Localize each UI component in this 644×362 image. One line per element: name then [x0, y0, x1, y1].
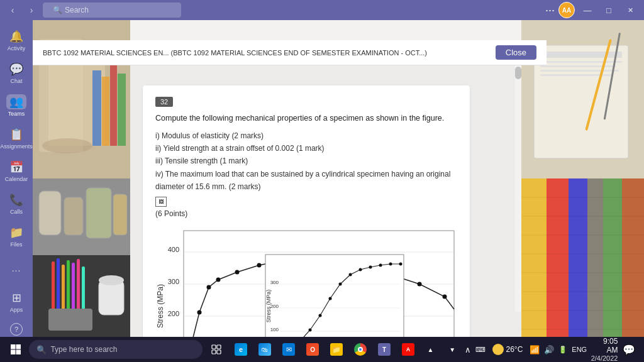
taskbar-office-icon[interactable]: O — [301, 337, 324, 362]
sidebar-item-calendar[interactable]: 📅 Calendar — [0, 156, 33, 186]
back-button[interactable]: ‹ — [5, 3, 20, 18]
svg-point-79 — [349, 273, 352, 277]
svg-rect-6 — [118, 74, 126, 146]
svg-rect-109 — [11, 344, 16, 349]
lang-label[interactable]: ENG — [570, 344, 588, 354]
title-bar-nav: ‹ › 🔍 Search — [5, 3, 181, 18]
maximize-button[interactable]: □ — [600, 3, 618, 18]
sidebar: 🔔 Activity 💬 Chat 👥 Teams 📋 Assignments … — [0, 20, 33, 337]
svg-text:200: 200 — [270, 304, 279, 309]
svg-rect-90 — [540, 70, 619, 72]
svg-rect-4 — [102, 77, 109, 146]
svg-rect-95 — [521, 178, 547, 337]
taskbar-edge-icon[interactable]: e — [230, 337, 252, 362]
sidebar-item-chat[interactable]: 💬 Chat — [0, 58, 33, 88]
taskbar-store-icon[interactable]: 🛍 — [253, 337, 276, 362]
taskbar-scroll-up[interactable]: ▲ — [419, 337, 441, 362]
sidebar-item-activity[interactable]: 🔔 Activity — [0, 25, 33, 55]
sidebar-item-calls[interactable]: 📞 Calls — [0, 189, 33, 219]
battery-icon[interactable]: 🔋 — [557, 344, 569, 355]
svg-text:300: 300 — [270, 280, 279, 285]
svg-rect-87 — [540, 52, 622, 58]
sound-icon[interactable]: 🔊 — [543, 344, 555, 356]
title-bar-right: ··· AA — □ ✕ — [545, 2, 639, 18]
title-bar: ‹ › 🔍 Search ··· AA — □ ✕ — [0, 0, 644, 20]
task-view-button[interactable] — [205, 337, 227, 362]
notification-icon[interactable]: 💬 — [620, 337, 638, 362]
svg-rect-112 — [16, 350, 21, 355]
taskbar-teams-icon[interactable]: T — [373, 337, 396, 362]
svg-rect-99 — [603, 178, 622, 337]
svg-text:300: 300 — [168, 278, 179, 285]
minimize-button[interactable]: — — [579, 3, 596, 18]
scrollbar[interactable] — [515, 65, 521, 312]
close-button[interactable]: Close — [496, 45, 536, 60]
question-intro: Compute the following mechanical propert… — [155, 113, 457, 124]
sidebar-item-files[interactable]: 📁 Files — [0, 221, 33, 251]
taskbar: 🔍 Type here to search e 🛍 ✉ O 📁 — [0, 337, 644, 362]
svg-rect-10 — [64, 197, 83, 235]
svg-rect-16 — [62, 265, 65, 312]
svg-rect-111 — [11, 350, 16, 355]
sidebar-item-assignments[interactable]: 📋 Assignments — [0, 123, 33, 153]
photo-strip-left — [33, 20, 130, 337]
svg-rect-114 — [217, 345, 221, 349]
svg-point-75 — [309, 329, 312, 332]
svg-rect-18 — [72, 263, 75, 312]
svg-text:200: 200 — [168, 310, 179, 317]
svg-rect-21 — [48, 309, 92, 331]
taskbar-app-icons: e 🛍 ✉ O 📁 T A — [230, 337, 419, 362]
svg-rect-113 — [212, 345, 216, 349]
image-icon: 🖼 — [155, 197, 167, 207]
taskbar-scroll-down[interactable]: ▼ — [441, 337, 464, 362]
svg-rect-54 — [265, 255, 404, 337]
window-close-button[interactable]: ✕ — [621, 3, 639, 18]
taskbar-mail-icon[interactable]: ✉ — [277, 337, 300, 362]
main-content: 32 Compute the following mechanical prop… — [130, 45, 521, 337]
svg-rect-110 — [16, 344, 21, 349]
activity-label: Activity — [8, 45, 26, 52]
weather-temp: 26°C — [506, 345, 523, 354]
svg-rect-17 — [67, 260, 70, 312]
sidebar-item-teams[interactable]: 👥 Teams — [0, 90, 33, 121]
apps-icon: ⊞ — [6, 290, 26, 305]
activity-icon: 🔔 — [6, 29, 26, 44]
more-button[interactable]: ··· — [545, 4, 555, 17]
taskbar-files-icon[interactable]: 📁 — [325, 337, 348, 362]
scroll-thumb[interactable] — [515, 67, 521, 79]
sidebar-more-btn[interactable]: ··· — [4, 259, 29, 282]
search-box[interactable]: 🔍 Search — [43, 3, 181, 18]
svg-point-23 — [99, 275, 124, 285]
question-points: (6 Points) — [155, 209, 457, 218]
taskbar-chrome-icon[interactable] — [349, 337, 372, 362]
start-button[interactable] — [3, 337, 29, 362]
sidebar-more[interactable]: ··· — [4, 259, 29, 282]
avatar[interactable]: AA — [558, 2, 575, 18]
photo-strip-right — [521, 20, 644, 337]
forward-button[interactable]: › — [24, 3, 39, 18]
top-bar: BBTC 1092 MATERIAL SCIENCES EN... (BBTC … — [33, 40, 547, 65]
svg-point-78 — [339, 283, 342, 286]
photo-fabrics — [521, 178, 644, 337]
caret-up-icon[interactable]: ∧ — [464, 344, 472, 356]
svg-point-84 — [399, 263, 402, 266]
sidebar-item-apps[interactable]: ⊞ Apps — [4, 287, 29, 317]
weather-badge[interactable]: 26°C — [489, 343, 527, 356]
files-label: Files — [10, 241, 22, 248]
network-icon[interactable]: 📶 — [528, 344, 541, 356]
assignments-label: Assignments — [0, 143, 33, 150]
svg-rect-19 — [77, 259, 80, 312]
time-display[interactable]: 9:05 AM 2/4/2022 — [591, 337, 618, 362]
svg-rect-98 — [587, 178, 603, 337]
calendar-icon: 📅 — [6, 160, 26, 175]
svg-point-83 — [389, 263, 392, 266]
keyboard-icon[interactable]: ⌨ — [474, 344, 487, 355]
svg-text:400: 400 — [168, 246, 179, 253]
photo-pencils — [33, 255, 130, 337]
more-dots-icon: ··· — [6, 263, 26, 278]
weather-sun-icon — [492, 344, 504, 355]
taskbar-acrobat-icon[interactable]: A — [397, 337, 419, 362]
taskbar-search[interactable]: 🔍 Type here to search — [29, 340, 203, 359]
svg-rect-115 — [212, 350, 216, 354]
svg-rect-22 — [99, 280, 124, 315]
